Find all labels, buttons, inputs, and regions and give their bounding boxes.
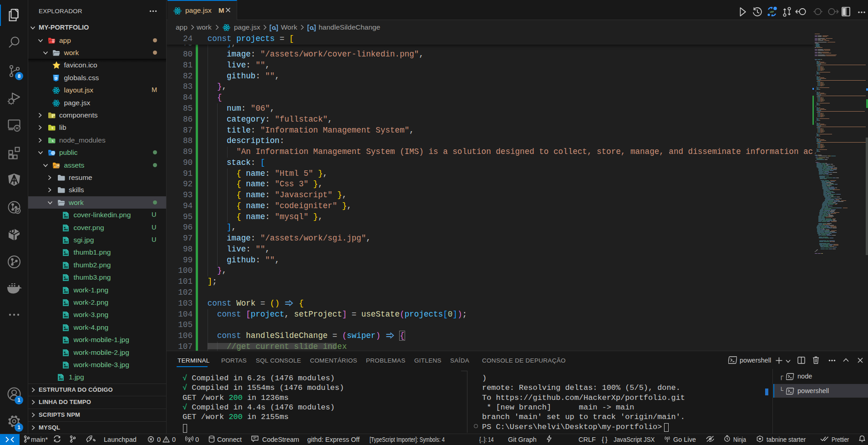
svg-text:diff: diff: [770, 10, 774, 13]
